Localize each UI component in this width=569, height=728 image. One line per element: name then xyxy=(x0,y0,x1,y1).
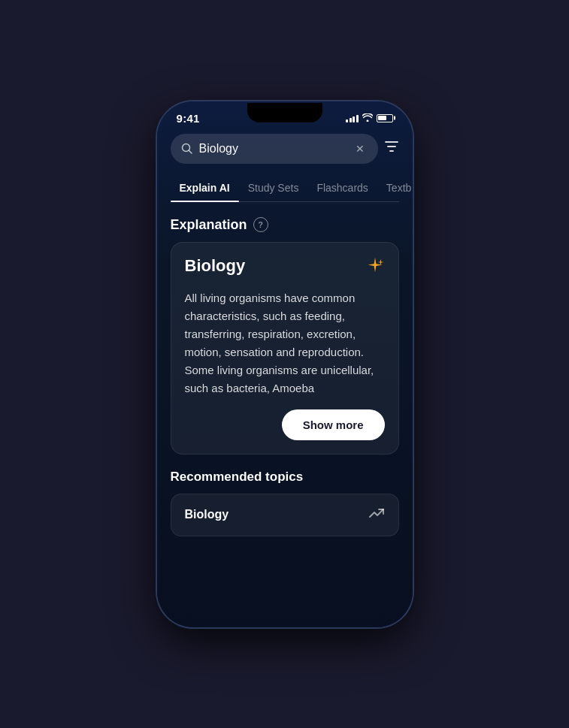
search-icon xyxy=(181,143,193,155)
explanation-section-heading: Explanation ? xyxy=(171,217,399,233)
card-title: Biology xyxy=(185,256,246,276)
wifi-icon xyxy=(362,113,373,124)
card-body-text: All living organisms have common charact… xyxy=(185,289,385,397)
phone-screen: 9:41 xyxy=(159,103,411,626)
show-more-button[interactable]: Show more xyxy=(282,409,385,440)
topic-card-biology[interactable]: Biology xyxy=(171,494,399,536)
phone-frame: 9:41 xyxy=(157,101,413,627)
filter-button[interactable] xyxy=(384,139,399,158)
search-bar: Biology ✕ xyxy=(171,134,399,164)
clear-search-button[interactable]: ✕ xyxy=(353,141,368,156)
search-value: Biology xyxy=(199,142,347,156)
main-content: Biology ✕ Explain AI Study Sets xyxy=(159,128,411,536)
card-header: Biology xyxy=(185,256,385,280)
status-icons xyxy=(346,113,393,124)
battery-icon xyxy=(377,114,393,122)
search-input-container[interactable]: Biology ✕ xyxy=(171,134,378,164)
explanation-heading-text: Explanation xyxy=(171,217,247,233)
tab-flashcards[interactable]: Flashcards xyxy=(307,176,377,201)
tab-explain-ai[interactable]: Explain AI xyxy=(171,176,239,201)
sparkle-icon xyxy=(365,256,385,280)
explanation-card: Biology All living organisms have common… xyxy=(171,242,399,455)
phone-notch xyxy=(247,103,322,122)
topic-name: Biology xyxy=(185,508,229,521)
tabs-container: Explain AI Study Sets Flashcards Textboo… xyxy=(171,176,399,202)
help-icon-button[interactable]: ? xyxy=(253,217,268,232)
signal-icon xyxy=(346,113,359,122)
filter-icon xyxy=(384,139,399,154)
tab-textbooks[interactable]: Textbooks xyxy=(377,176,411,201)
tab-study-sets[interactable]: Study Sets xyxy=(239,176,308,201)
trending-icon xyxy=(368,506,385,524)
status-time: 9:41 xyxy=(177,112,200,125)
recommended-heading: Recommended topics xyxy=(171,470,399,485)
